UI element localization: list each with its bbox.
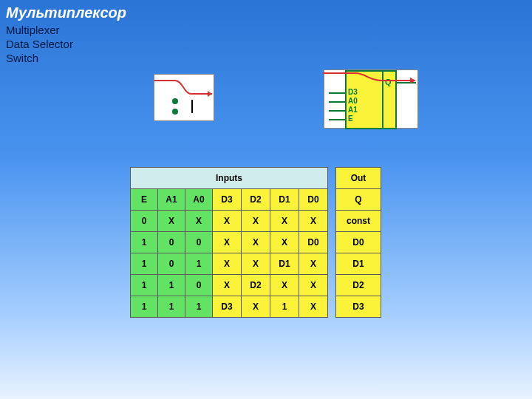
cell: 0 xyxy=(131,211,158,232)
cell: X xyxy=(270,275,299,296)
col-label: A0 xyxy=(185,189,213,211)
cell: X xyxy=(299,296,328,318)
cell: X xyxy=(213,253,242,275)
cell: 1 xyxy=(131,253,158,275)
subtitle-line: Switch xyxy=(6,52,38,64)
cell: X xyxy=(213,211,242,232)
table-row: 1 1 1 D3 X 1 X D3 xyxy=(131,296,381,318)
mux-out-label: Q xyxy=(385,78,392,86)
cell: 0 xyxy=(158,232,185,253)
page-title: Мультиплексор xyxy=(6,4,126,21)
cell: D0 xyxy=(336,232,381,253)
mux-pin-line xyxy=(395,82,416,83)
cell: X xyxy=(270,211,299,232)
table-header-out: Out xyxy=(336,168,381,189)
cell: 1 xyxy=(185,253,213,275)
cell: 0 xyxy=(158,253,185,275)
cell: 0 xyxy=(185,275,213,296)
cell: D2 xyxy=(242,275,270,296)
cell: X xyxy=(270,232,299,253)
cell: const xyxy=(336,211,381,232)
cell: X xyxy=(158,211,185,232)
table-row: 0 X X X X X X const xyxy=(131,211,381,232)
mux-pin-line xyxy=(329,92,345,94)
cell: D1 xyxy=(336,253,381,275)
col-label: A1 xyxy=(158,189,185,211)
col-label: Q xyxy=(336,189,381,211)
svg-marker-0 xyxy=(208,91,212,97)
col-label: D3 xyxy=(213,189,242,211)
subtitle-line: Multiplexer xyxy=(6,24,60,36)
col-label: D2 xyxy=(242,189,270,211)
cell: 1 xyxy=(131,232,158,253)
cell: 0 xyxy=(185,232,213,253)
cell: X xyxy=(242,232,270,253)
mux-pin-line xyxy=(329,101,345,103)
switch-diagram xyxy=(154,74,214,121)
page-subtitle: Multiplexer Data Selector Switch xyxy=(6,24,73,65)
col-label: D1 xyxy=(270,189,299,211)
cell: 1 xyxy=(158,275,185,296)
table-header-inputs: Inputs xyxy=(131,168,328,189)
subtitle-line: Data Selector xyxy=(6,38,73,50)
cell: 1 xyxy=(131,275,158,296)
mux-block-diagram: Q D3 A0 A1 E xyxy=(324,69,418,129)
cell: 1 xyxy=(270,296,299,318)
cell: D2 xyxy=(336,275,381,296)
cell: X xyxy=(185,211,213,232)
cell: 1 xyxy=(131,296,158,318)
col-label: E xyxy=(131,189,158,211)
cell: X xyxy=(213,232,242,253)
table-row: 1 0 0 X X X D0 D0 xyxy=(131,232,381,253)
switch-node-icon xyxy=(172,98,178,104)
cell: X xyxy=(242,211,270,232)
cell: D0 xyxy=(299,232,328,253)
truth-table: Inputs Out E A1 A0 D3 D2 D1 D0 Q 0 X X X… xyxy=(130,167,381,318)
col-label: D0 xyxy=(299,189,328,211)
table-row: 1 1 0 X D2 X X D2 xyxy=(131,275,381,296)
mux-pin-line xyxy=(329,110,345,112)
cell: X xyxy=(242,296,270,318)
cell: D3 xyxy=(213,296,242,318)
cell: D1 xyxy=(270,253,299,275)
cell: X xyxy=(299,275,328,296)
cell: D3 xyxy=(336,296,381,318)
cell: X xyxy=(299,253,328,275)
mux-pin-label: E xyxy=(348,115,353,123)
switch-node-icon xyxy=(172,109,178,115)
cell: X xyxy=(299,211,328,232)
table-column-row: E A1 A0 D3 D2 D1 D0 Q xyxy=(131,189,381,211)
cell: X xyxy=(242,253,270,275)
mux-pin-line xyxy=(329,119,345,120)
cell: 1 xyxy=(158,296,185,318)
table-row: 1 0 1 X X D1 X D1 xyxy=(131,253,381,275)
switch-bar-icon xyxy=(191,100,193,113)
mux-pin-label: D3 xyxy=(348,88,358,96)
cell: X xyxy=(213,275,242,296)
cell: 1 xyxy=(185,296,213,318)
mux-pin-label: A1 xyxy=(348,106,358,114)
mux-pin-label: A0 xyxy=(348,97,358,105)
